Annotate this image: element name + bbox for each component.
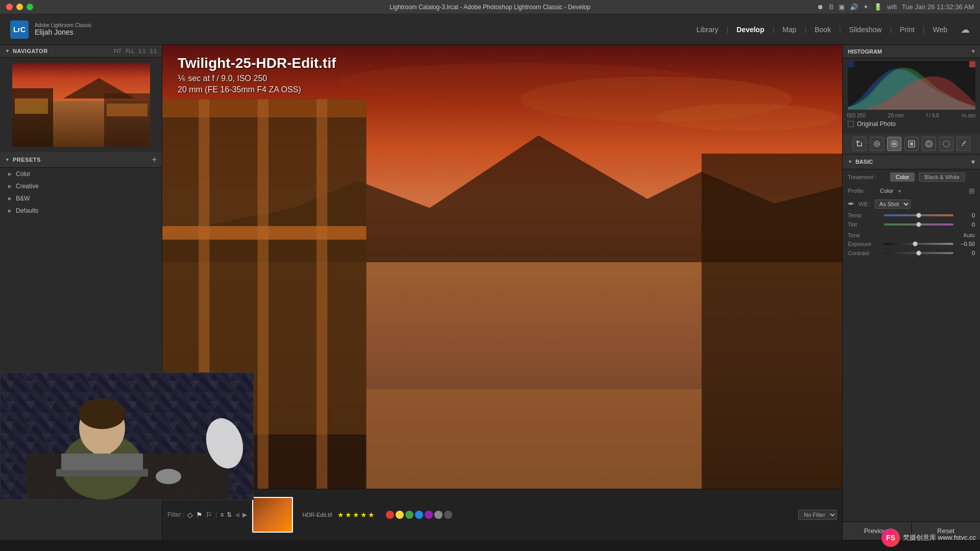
color-yellow[interactable] bbox=[396, 511, 404, 519]
diamond-icon[interactable]: ◇ bbox=[187, 511, 193, 519]
preset-item-color[interactable]: ▶ Color bbox=[0, 168, 162, 180]
preset-defaults-label: Defaults bbox=[16, 207, 38, 214]
nav-book[interactable]: Book bbox=[810, 23, 836, 36]
app-name-block: Adobe Lightroom Classic Elijah Jones bbox=[35, 22, 91, 36]
fit-label[interactable]: FIT bbox=[114, 48, 121, 54]
color-grey1[interactable] bbox=[434, 511, 443, 519]
basic-panel-header[interactable]: ▼ Basic ▾ bbox=[843, 155, 980, 169]
filmstrip-thumbnail[interactable] bbox=[252, 497, 293, 533]
navigator-header[interactable]: ▼ Navigator FIT FLL 1:1 3:1 bbox=[0, 45, 162, 58]
nav-sep-5: | bbox=[890, 26, 892, 34]
preset-creative-label: Creative bbox=[16, 183, 39, 190]
tone-curve-tool[interactable] bbox=[939, 137, 953, 151]
contrast-slider[interactable] bbox=[884, 252, 953, 254]
exposure-slider[interactable] bbox=[884, 243, 953, 245]
maximize-button[interactable] bbox=[27, 4, 33, 10]
wb-row: ✒ WB : As Shot Auto Daylight Cloudy Cust… bbox=[843, 197, 980, 211]
temp-label: Temp bbox=[848, 212, 881, 218]
color-blue[interactable] bbox=[415, 511, 423, 519]
profile-dropdown[interactable]: ▾ bbox=[898, 188, 901, 194]
clock: Tue Jan 26 11:32:36 AM bbox=[902, 3, 974, 11]
photo-container[interactable]: Twilight-25-HDR-Edit.tif ⅙ sec at f / 9.… bbox=[162, 45, 842, 489]
color-red[interactable] bbox=[386, 511, 394, 519]
nav-map[interactable]: Map bbox=[777, 23, 801, 36]
basic-panel-menu[interactable]: ▾ bbox=[971, 158, 975, 166]
sep: | bbox=[215, 511, 217, 518]
webcam-svg bbox=[0, 372, 254, 499]
svg-rect-23 bbox=[848, 61, 854, 67]
profile-label: Profile : bbox=[848, 188, 876, 194]
redeye-tool[interactable] bbox=[887, 137, 901, 151]
nav-print[interactable]: Print bbox=[895, 23, 920, 36]
exposure-thumb[interactable] bbox=[913, 241, 918, 246]
tint-thumb[interactable] bbox=[916, 222, 921, 227]
list-icon[interactable]: ≡ bbox=[220, 511, 224, 518]
arrow-right-icon[interactable]: ▶ bbox=[242, 511, 247, 518]
color-purple[interactable] bbox=[425, 511, 433, 519]
svg-rect-22 bbox=[969, 61, 975, 67]
preset-item-bw[interactable]: ▶ B&W bbox=[0, 192, 162, 205]
nav-slideshow[interactable]: Slideshow bbox=[844, 23, 887, 36]
nav-menu: Library | Develop | Map | Book | Slidesh… bbox=[692, 23, 970, 36]
histogram-collapse[interactable]: ▾ bbox=[972, 48, 975, 55]
wb-eyedropper-icon[interactable]: ✒ bbox=[848, 199, 854, 209]
star-rating[interactable]: ★★★★★ bbox=[337, 511, 376, 519]
preset-item-defaults[interactable]: ▶ Defaults bbox=[0, 205, 162, 217]
wb-select[interactable]: As Shot Auto Daylight Cloudy Custom bbox=[875, 199, 911, 209]
navigator-triangle: ▼ bbox=[5, 48, 10, 54]
basic-panel-collapse[interactable]: ▼ bbox=[848, 159, 852, 164]
profile-grid-button[interactable]: ⊞ bbox=[969, 187, 975, 195]
temp-slider[interactable] bbox=[884, 214, 953, 216]
contrast-thumb[interactable] bbox=[916, 251, 921, 256]
filter-select[interactable]: No Filter bbox=[798, 510, 837, 520]
mask-icon bbox=[908, 140, 916, 148]
close-button[interactable] bbox=[6, 4, 13, 10]
exposure-slider-row: Exposure −0.50 bbox=[843, 239, 980, 248]
nav-web[interactable]: Web bbox=[927, 23, 952, 36]
radial-filter-tool[interactable] bbox=[922, 137, 936, 151]
flag-icon[interactable]: ⚑ bbox=[196, 511, 203, 519]
svg-rect-26 bbox=[861, 142, 862, 146]
minimize-button[interactable] bbox=[16, 4, 23, 10]
ratio1-label[interactable]: 1:1 bbox=[138, 48, 145, 54]
histogram-header[interactable]: Histogram ▾ bbox=[843, 45, 980, 58]
photo-exif-shutter: ⅙ sec at f / 9.0, ISO 250 bbox=[178, 73, 336, 83]
svg-rect-24 bbox=[857, 140, 858, 145]
masking-tool[interactable] bbox=[904, 137, 919, 151]
preset-item-creative[interactable]: ▶ Creative bbox=[0, 180, 162, 192]
tint-slider[interactable] bbox=[884, 223, 953, 226]
fill-label[interactable]: FLL bbox=[126, 48, 134, 54]
sort-icon[interactable]: ⇅ bbox=[227, 511, 232, 518]
nav-sep-1: | bbox=[726, 26, 728, 34]
system-icons: ⏺ B ▣ 🔊 ✦ 🔋 wifi Tue Jan 26 11:32:36 AM bbox=[817, 3, 974, 11]
svg-rect-5 bbox=[107, 104, 148, 116]
bluetooth-icon: ✦ bbox=[863, 3, 869, 11]
reject-icon[interactable]: ⚐ bbox=[206, 511, 212, 519]
stat-shutter: ⅙ sec bbox=[962, 113, 976, 118]
svg-rect-2 bbox=[12, 88, 53, 147]
b-icon: B bbox=[829, 3, 834, 11]
adjustment-brush-tool[interactable] bbox=[957, 137, 971, 151]
svg-line-37 bbox=[963, 141, 966, 144]
treatment-bw-btn[interactable]: Black & White bbox=[919, 172, 965, 182]
ratio2-label[interactable]: 3:1 bbox=[150, 48, 157, 54]
color-grey2[interactable] bbox=[444, 511, 452, 519]
webcam-background bbox=[1, 373, 253, 499]
nav-develop[interactable]: Develop bbox=[731, 23, 769, 36]
nav-library[interactable]: Library bbox=[692, 23, 724, 36]
temp-thumb[interactable] bbox=[916, 213, 921, 218]
color-green[interactable] bbox=[405, 511, 413, 519]
brush-icon bbox=[960, 140, 968, 148]
arrow-left-icon[interactable]: ◀ bbox=[235, 511, 239, 518]
cloud-icon[interactable]: ☁ bbox=[961, 24, 970, 35]
preset-bw-label: B&W bbox=[16, 195, 30, 202]
window-buttons[interactable] bbox=[6, 4, 33, 10]
presets-header[interactable]: ▼ Presets + bbox=[0, 152, 162, 168]
add-preset-button[interactable]: + bbox=[152, 155, 157, 164]
auto-button[interactable]: Auto bbox=[963, 232, 975, 238]
treatment-color-btn[interactable]: Color bbox=[890, 172, 915, 182]
original-photo-checkbox[interactable] bbox=[848, 121, 854, 127]
contrast-slider-row: Contrast 0 bbox=[843, 248, 980, 258]
crop-tool[interactable] bbox=[852, 137, 867, 151]
spot-removal-tool[interactable] bbox=[870, 137, 884, 151]
